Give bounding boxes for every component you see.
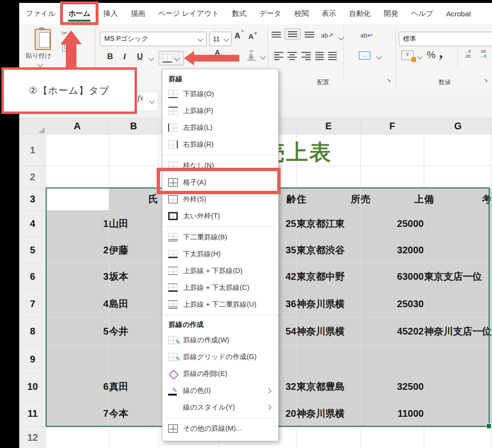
decrease-indent-button[interactable] — [315, 52, 324, 60]
comma-style-button[interactable]: , — [439, 44, 443, 61]
cell-note[interactable] — [424, 237, 492, 263]
row-header-10[interactable]: 10 — [20, 373, 46, 400]
col-header-A[interactable]: A — [46, 118, 109, 135]
center-button[interactable] — [287, 52, 297, 60]
cell[interactable] — [360, 427, 424, 448]
cell[interactable] — [109, 427, 158, 448]
cell-sales[interactable]: 32500 — [360, 373, 424, 400]
cell-note[interactable] — [424, 290, 492, 318]
row-header-9[interactable]: 9 — [20, 346, 46, 373]
cell-address[interactable]: 東京都江東 — [296, 211, 361, 237]
cell[interactable] — [109, 346, 158, 373]
cell-address[interactable]: 神奈川県横 — [296, 400, 361, 427]
underline-dropdown-icon[interactable] — [148, 55, 154, 61]
tab-insert[interactable]: 挿入 — [103, 9, 118, 18]
cell-name[interactable]: 山田 — [109, 211, 158, 237]
select-all-corner[interactable] — [20, 118, 46, 135]
cell-address-header[interactable]: 住 所 — [296, 188, 361, 211]
menu-item-top-and-thick-bottom-border[interactable]: 上罫線 + 下太罫線(C) — [162, 279, 278, 296]
menu-item-erase-border[interactable]: 罫線の削除(E) — [162, 365, 278, 382]
cell-name[interactable]: 今井 — [109, 318, 158, 346]
merge-dropdown-icon[interactable] — [376, 54, 381, 59]
number-format-select[interactable]: 標準 — [399, 32, 492, 46]
cell-note[interactable]: 東京支店一位 — [424, 263, 492, 290]
percent-style-button[interactable]: % — [427, 49, 436, 61]
cell[interactable] — [424, 166, 492, 188]
cell-no[interactable]: 4 — [46, 290, 109, 318]
phonetic-dropdown-icon[interactable] — [260, 54, 265, 59]
col-header-B[interactable]: B — [109, 118, 158, 135]
align-right-button[interactable] — [301, 52, 311, 60]
cell-sales-header[interactable]: 売 上 — [360, 188, 424, 211]
shrink-font-button[interactable]: Av — [248, 32, 254, 40]
cell-name[interactable]: 伊藤 — [109, 237, 158, 263]
font-name-select[interactable]: MS Pゴシック — [100, 32, 207, 46]
paste-dropdown-icon[interactable] — [37, 62, 43, 67]
cell[interactable] — [424, 135, 492, 166]
italic-button[interactable]: I — [123, 52, 126, 62]
cell-sales[interactable]: 63000 — [360, 263, 424, 290]
tab-automate[interactable]: 自動化 — [349, 9, 370, 18]
cell-name[interactable]: 今本 — [109, 400, 158, 427]
cell[interactable] — [296, 427, 361, 448]
cell-sales[interactable]: 25030 — [360, 290, 424, 318]
cell-sales[interactable]: 32000 — [360, 237, 424, 263]
paste-button[interactable] — [35, 29, 51, 50]
grow-font-button[interactable]: A^ — [234, 31, 240, 41]
cell[interactable] — [296, 346, 361, 373]
row-header-2[interactable]: 2 — [20, 166, 46, 188]
cell[interactable] — [360, 135, 424, 166]
col-header-F[interactable]: F — [360, 118, 424, 135]
row-header-4[interactable]: 4 — [20, 211, 46, 237]
decrease-decimal-button[interactable]: .00 →0 — [477, 49, 489, 59]
cell[interactable] — [360, 346, 424, 373]
cell[interactable] — [424, 346, 492, 373]
font-size-select[interactable]: 11 — [209, 32, 232, 46]
menu-item-draw-border-grid[interactable]: ✎ 罫線グリッドの作成(G) — [162, 348, 278, 365]
align-left-button[interactable] — [274, 52, 283, 60]
row-header-7[interactable]: 7 — [20, 290, 46, 318]
increase-indent-button[interactable] — [328, 52, 337, 60]
top-align-button[interactable] — [271, 32, 281, 37]
tab-draw[interactable]: 描画 — [131, 9, 145, 18]
cell-address[interactable]: 神奈川県横 — [296, 318, 361, 346]
tab-page-layout[interactable]: ページ レイアウト — [158, 9, 219, 18]
middle-align-button[interactable] — [284, 28, 301, 40]
wrap-text-button[interactable]: ab↩ — [360, 32, 372, 39]
row-header-1[interactable]: 1 — [20, 135, 46, 166]
menu-item-top-and-double-bottom-border[interactable]: 上罫線 + 下二重罫線(U) — [162, 296, 278, 313]
tab-data[interactable]: データ — [259, 9, 282, 18]
cell-name[interactable]: 島田 — [109, 290, 158, 318]
menu-item-bottom-double-border[interactable]: 下二重罫線(B) — [162, 229, 278, 246]
cell-note[interactable] — [424, 373, 492, 400]
cell[interactable] — [296, 166, 361, 188]
accounting-format-button[interactable]: ¥ — [401, 50, 414, 60]
bottom-align-button[interactable] — [305, 32, 314, 37]
cell-name[interactable]: 坂本 — [109, 263, 158, 290]
cell[interactable] — [46, 427, 109, 448]
tab-developer[interactable]: 開発 — [383, 9, 398, 18]
cell-note[interactable]: 神奈川支店一位 — [424, 318, 492, 346]
cell-note[interactable] — [424, 211, 492, 237]
cell-no[interactable]: 5 — [46, 318, 109, 346]
cell-no[interactable]: 7 — [46, 400, 109, 427]
cell-note[interactable] — [424, 400, 492, 427]
cell-sales[interactable]: 11000 — [360, 400, 424, 427]
tab-formulas[interactable]: 数式 — [232, 9, 246, 18]
orientation-dropdown-icon[interactable] — [338, 35, 344, 40]
row-header-5[interactable]: 5 — [20, 237, 46, 263]
increase-decimal-button[interactable]: ←0 .00 — [461, 49, 474, 59]
menu-item-top-and-bottom-border[interactable]: 上罫線 + 下罫線(D) — [162, 262, 278, 279]
number-dialog-launcher-icon[interactable]: ↘ — [483, 77, 488, 83]
active-cell-A3[interactable] — [46, 188, 109, 211]
cell[interactable] — [46, 135, 109, 166]
row-header-11[interactable]: 11 — [20, 400, 46, 427]
cell[interactable] — [46, 346, 109, 373]
orientation-button[interactable]: ab↗ — [321, 32, 333, 39]
bold-button[interactable]: B — [107, 52, 113, 62]
row-header-8[interactable]: 8 — [20, 318, 46, 346]
row-header-6[interactable]: 6 — [20, 263, 46, 290]
phonetic-guide-button[interactable]: ア 亜 — [247, 50, 256, 61]
tab-review[interactable]: 校閲 — [294, 9, 308, 18]
menu-item-left-border[interactable]: 左罫線(L) — [162, 119, 278, 136]
